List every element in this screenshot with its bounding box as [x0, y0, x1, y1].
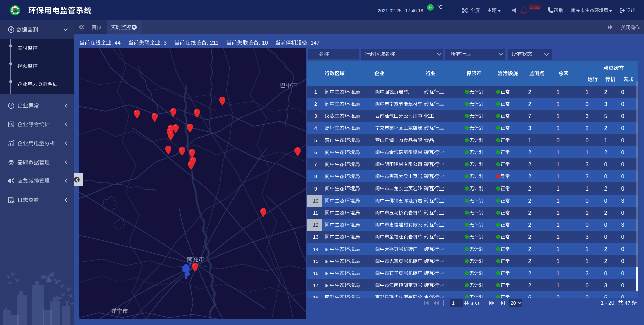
svg-text:20: 20	[511, 300, 516, 306]
svg-text:12: 12	[313, 222, 319, 228]
svg-text:2: 2	[528, 185, 531, 192]
svg-text:0: 0	[621, 246, 624, 252]
svg-text:0: 0	[621, 185, 624, 192]
svg-text:0: 0	[621, 234, 624, 240]
svg-text:2: 2	[604, 210, 607, 216]
svg-text:1: 1	[556, 113, 559, 119]
svg-text:211: 211	[210, 40, 219, 46]
svg-text:6: 6	[314, 149, 317, 155]
svg-text:1: 1	[556, 234, 559, 240]
svg-text:1: 1	[556, 89, 559, 95]
svg-text:1: 1	[556, 101, 559, 107]
svg-text:0: 0	[621, 270, 624, 276]
svg-text:14: 14	[313, 246, 319, 252]
svg-text:2: 2	[528, 198, 531, 204]
svg-text:3: 3	[528, 125, 531, 131]
svg-text:0: 0	[604, 161, 607, 167]
svg-text:2: 2	[528, 258, 531, 264]
svg-text:-: -	[605, 300, 607, 306]
svg-text:0: 0	[556, 137, 559, 143]
svg-text:3: 3	[585, 173, 588, 179]
svg-text:1: 1	[556, 149, 559, 155]
svg-text:44: 44	[115, 40, 121, 46]
svg-text:1: 1	[585, 246, 588, 252]
svg-text:1: 1	[556, 161, 559, 167]
svg-text:11: 11	[313, 210, 318, 216]
svg-text:1: 1	[556, 258, 559, 264]
svg-text:20: 20	[608, 300, 614, 306]
svg-text:3: 3	[585, 113, 588, 119]
svg-text:0: 0	[604, 234, 607, 240]
svg-text:15: 15	[313, 258, 319, 264]
svg-text:0: 0	[556, 294, 559, 301]
svg-text:0: 0	[604, 198, 607, 204]
svg-text:0: 0	[621, 161, 624, 167]
svg-text:2: 2	[604, 258, 607, 264]
svg-text:2: 2	[604, 89, 607, 95]
svg-text:1: 1	[556, 125, 559, 131]
svg-text:0: 0	[621, 89, 624, 95]
svg-text:17:46:18: 17:46:18	[405, 8, 423, 13]
svg-text::: :	[207, 40, 208, 46]
svg-text:2: 2	[604, 125, 607, 131]
svg-text:0: 0	[621, 149, 624, 155]
svg-text:5: 5	[314, 137, 317, 143]
svg-text:1: 1	[585, 185, 588, 192]
svg-text:1: 1	[556, 222, 559, 228]
svg-text:0: 0	[604, 270, 607, 276]
svg-text:17: 17	[313, 282, 319, 288]
svg-text:2: 2	[604, 185, 607, 192]
svg-text:1: 1	[556, 210, 559, 216]
svg-text::: :	[307, 40, 309, 46]
svg-text:0: 0	[429, 5, 431, 10]
svg-text:3: 3	[585, 270, 588, 276]
svg-text:13: 13	[313, 234, 319, 240]
svg-text:3: 3	[604, 282, 607, 288]
svg-text:2: 2	[528, 246, 531, 252]
svg-text:1: 1	[585, 149, 588, 155]
svg-text:2: 2	[528, 234, 531, 240]
svg-text:0: 0	[621, 210, 624, 216]
svg-text:3: 3	[621, 222, 624, 228]
svg-text:0: 0	[621, 125, 624, 131]
svg-text:2: 2	[585, 125, 588, 131]
svg-text:1: 1	[556, 246, 559, 252]
svg-text::: :	[111, 40, 113, 46]
svg-text:3: 3	[585, 161, 588, 167]
svg-text:1: 1	[556, 173, 559, 179]
svg-text:1: 1	[452, 300, 455, 306]
svg-text:7: 7	[314, 161, 317, 167]
svg-text:1: 1	[556, 185, 559, 192]
svg-text:1: 1	[585, 258, 588, 264]
svg-text:0: 0	[621, 173, 624, 179]
svg-text:0: 0	[585, 222, 588, 228]
svg-text:3: 3	[164, 40, 167, 46]
svg-text:4: 4	[314, 125, 317, 131]
svg-text:1: 1	[556, 282, 559, 288]
svg-text:10: 10	[313, 198, 319, 204]
svg-text:2: 2	[528, 282, 531, 288]
svg-text:1: 1	[556, 270, 559, 276]
svg-text:2632: 2632	[530, 5, 540, 10]
svg-text:7: 7	[528, 113, 531, 119]
svg-text:3: 3	[470, 300, 473, 306]
svg-text:2: 2	[528, 173, 531, 179]
svg-text:0: 0	[585, 137, 588, 143]
svg-text:1: 1	[585, 210, 588, 216]
svg-text:1: 1	[601, 300, 604, 306]
svg-text:8: 8	[314, 173, 317, 179]
svg-text:3: 3	[314, 113, 317, 119]
svg-text:1: 1	[314, 89, 317, 95]
svg-text:2: 2	[528, 101, 531, 107]
svg-text:2: 2	[528, 149, 531, 155]
svg-text:2021-02-25: 2021-02-25	[378, 8, 402, 13]
svg-text:1: 1	[604, 137, 607, 143]
svg-text:0: 0	[621, 101, 624, 107]
svg-text:0: 0	[585, 198, 588, 204]
svg-text::: :	[160, 40, 162, 46]
svg-text:0: 0	[621, 282, 624, 288]
svg-text:2: 2	[314, 101, 317, 107]
svg-text:16: 16	[313, 270, 319, 276]
svg-text:18: 18	[313, 294, 319, 300]
svg-text:9: 9	[314, 186, 317, 192]
